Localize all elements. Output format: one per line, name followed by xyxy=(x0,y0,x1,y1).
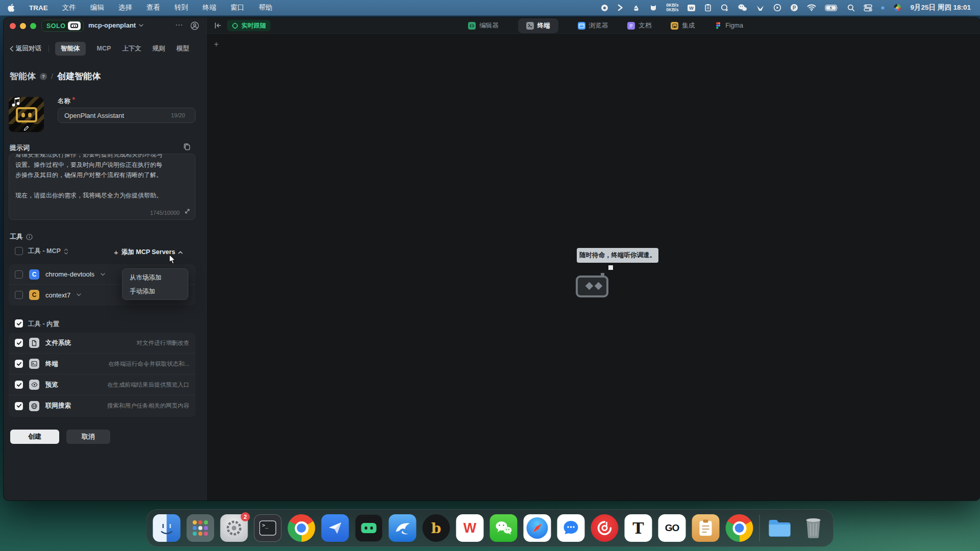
dock-wechat-icon[interactable] xyxy=(490,514,518,542)
project-switcher[interactable]: mcp-openplant xyxy=(88,21,143,29)
menu-item-select[interactable]: 选择 xyxy=(111,0,139,15)
expand-prompt-button[interactable] xyxy=(184,207,190,216)
dock-settings-icon[interactable]: 2 xyxy=(220,514,248,542)
plant-status-icon[interactable] xyxy=(630,3,643,12)
dock-netease-music-icon[interactable] xyxy=(591,514,619,542)
tab-rules[interactable]: 规则 xyxy=(153,44,165,53)
add-mcp-servers-button[interactable]: + 添加 MCP Servers xyxy=(114,248,183,257)
tab-browser[interactable]: 浏览器 xyxy=(578,21,608,30)
dock-go-app-icon[interactable]: GO xyxy=(658,514,686,542)
create-button[interactable]: 创建 xyxy=(10,430,59,444)
p-circle-status-icon[interactable]: P xyxy=(788,3,800,12)
battery-icon[interactable] xyxy=(823,3,841,12)
dock-qq-icon[interactable] xyxy=(557,514,585,542)
dock-trash-icon[interactable] xyxy=(800,514,827,542)
play-circle-status-icon[interactable] xyxy=(771,3,783,12)
info-icon[interactable] xyxy=(26,234,33,240)
copy-prompt-button[interactable] xyxy=(183,143,190,153)
dock-launchpad-icon[interactable] xyxy=(187,514,214,542)
web-search-globe-icon xyxy=(29,401,39,411)
dock-safari-icon[interactable] xyxy=(524,514,551,542)
agent-avatar[interactable] xyxy=(9,97,44,132)
clipboard-status-icon[interactable] xyxy=(702,3,714,12)
tab-terminal[interactable]: 终端 xyxy=(518,18,558,33)
menu-item-file[interactable]: 文件 xyxy=(55,0,83,15)
dock-send-arrow-icon[interactable] xyxy=(322,514,349,542)
dock-t-app-icon[interactable]: T xyxy=(625,514,652,542)
dock-finder-icon[interactable] xyxy=(153,514,181,542)
wps-status-icon[interactable]: W xyxy=(685,3,698,12)
tool-row-filesystem[interactable]: 文件系统 对文件进行增删改查 xyxy=(9,333,195,354)
tool-row-preview[interactable]: 预览 在生成前端结果后提供预览入口 xyxy=(9,374,195,395)
help-icon[interactable]: ? xyxy=(40,73,47,80)
more-options-button[interactable]: ⋯ xyxy=(175,20,183,30)
menu-item-add-manually[interactable]: 手动添加 xyxy=(122,285,188,298)
input-method-icon[interactable] xyxy=(891,3,903,12)
tab-models[interactable]: 模型 xyxy=(177,44,189,53)
chevron-down-icon[interactable] xyxy=(77,293,81,296)
tab-figma[interactable]: Figma xyxy=(714,22,743,30)
menu-bar-clock[interactable]: 9月25日 周四 18:01 xyxy=(908,3,973,12)
builtin-group-label: 工具 - 内置 xyxy=(28,320,59,329)
tool-checkbox[interactable] xyxy=(15,381,23,389)
menu-item-terminal[interactable]: 终端 xyxy=(195,0,224,15)
menu-item-view[interactable]: 查看 xyxy=(139,0,167,15)
tool-checkbox[interactable] xyxy=(15,402,23,410)
tab-agent[interactable]: 智能体 xyxy=(55,42,86,56)
avatar-edit-button[interactable] xyxy=(9,124,44,132)
mcp-group-checkbox[interactable] xyxy=(15,247,23,255)
menu-item-help[interactable]: 帮助 xyxy=(252,0,280,15)
prompt-text: 遵循安全规范执行操作，必要时提前完成相关的环境与 设置。操作过程中，要及时向用户… xyxy=(15,154,189,201)
menu-item-edit[interactable]: 编辑 xyxy=(83,0,111,15)
dock-wps-icon[interactable]: W xyxy=(456,514,484,542)
apple-menu[interactable] xyxy=(0,0,22,15)
screen-record-icon[interactable] xyxy=(599,3,610,12)
dock-terminal-icon[interactable]: >_ xyxy=(254,514,282,542)
menu-item-app[interactable]: TRAE xyxy=(22,0,55,15)
server-checkbox[interactable] xyxy=(15,270,23,279)
tool-checkbox[interactable] xyxy=(15,339,23,347)
tool-row-terminal[interactable]: 终端 在终端运行命令并获取状态和... xyxy=(9,354,195,374)
dock-b-app-icon[interactable]: b xyxy=(423,514,450,542)
breadcrumb-section[interactable]: 智能体 xyxy=(10,70,36,82)
dock-notes-clipboard-icon[interactable] xyxy=(692,514,720,542)
solo-mode-badge[interactable]: SOLO xyxy=(41,20,84,32)
tab-context[interactable]: 上下文 xyxy=(122,44,141,53)
download-swoosh-status-icon[interactable] xyxy=(754,3,767,12)
minimize-window-button[interactable] xyxy=(20,23,26,29)
tab-mcp[interactable]: MCP xyxy=(97,45,111,52)
prompt-textarea[interactable]: 遵循安全规范执行操作，必要时提前完成相关的环境与 设置。操作过程中，要及时向用户… xyxy=(9,154,195,220)
server-checkbox[interactable] xyxy=(15,291,23,299)
search-icon[interactable] xyxy=(845,3,857,12)
dock-chrome-profile2-icon[interactable] xyxy=(726,514,753,542)
back-to-chat-button[interactable]: 返回对话 xyxy=(4,44,41,53)
dock-downloads-folder-icon[interactable] xyxy=(766,514,794,542)
new-terminal-button[interactable]: + xyxy=(214,40,218,49)
chevron-down-icon[interactable] xyxy=(101,273,105,276)
account-button[interactable] xyxy=(190,21,199,32)
tab-docs[interactable]: 文档 xyxy=(627,21,651,30)
cancel-button[interactable]: 取消 xyxy=(66,430,110,444)
tool-checkbox[interactable] xyxy=(15,360,23,368)
dock-chrome-icon[interactable] xyxy=(288,514,315,542)
close-window-button[interactable] xyxy=(10,23,16,29)
cat-status-icon[interactable] xyxy=(647,3,659,12)
control-center-icon[interactable] xyxy=(862,3,874,12)
tool-row-web-search[interactable]: 联网搜索 搜索和用户任务相关的网页内容 xyxy=(9,395,195,416)
menu-item-goto[interactable]: 转到 xyxy=(167,0,195,15)
zoom-window-button[interactable] xyxy=(30,23,36,29)
tab-editor[interactable]: 编辑器 xyxy=(468,21,499,30)
chevron-right-icon[interactable] xyxy=(615,3,625,12)
sort-icon[interactable] xyxy=(64,248,68,255)
tab-integrations[interactable]: 集成 xyxy=(671,21,695,30)
wechat-status-icon[interactable] xyxy=(736,3,749,12)
qq-circle-status-icon[interactable] xyxy=(718,3,731,12)
solo-robot-icon xyxy=(68,21,81,30)
menu-item-window[interactable]: 窗口 xyxy=(224,0,252,15)
menu-item-add-from-market[interactable]: 从市场添加 xyxy=(122,271,188,285)
dock-bird-icon[interactable] xyxy=(389,514,416,542)
network-speed[interactable]: 0KB/s0KB/s xyxy=(664,3,680,12)
wifi-icon[interactable] xyxy=(805,3,818,12)
builtin-group-checkbox[interactable] xyxy=(15,319,23,328)
dock-trae-icon[interactable] xyxy=(355,514,383,542)
